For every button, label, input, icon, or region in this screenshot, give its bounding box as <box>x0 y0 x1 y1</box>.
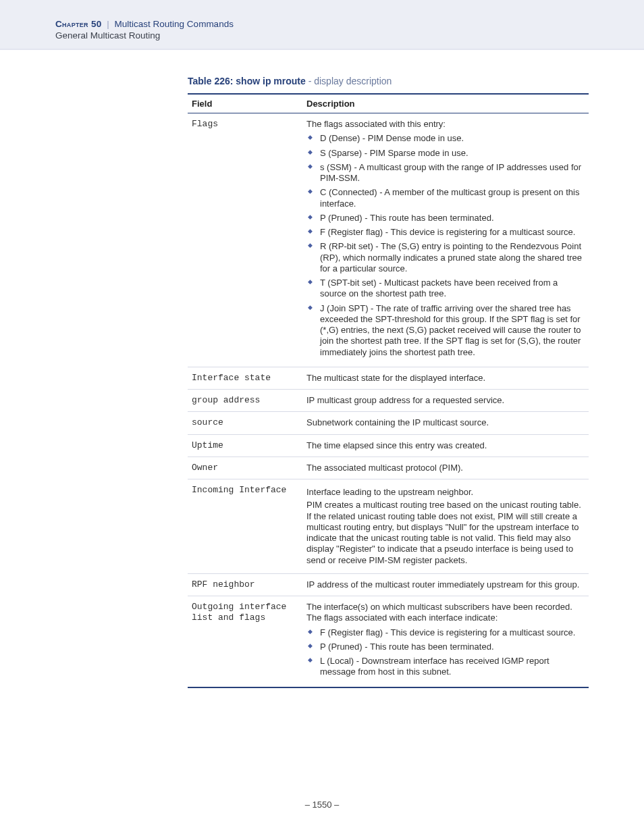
description-table: Field Description Flags The flags associ… <box>188 93 589 688</box>
field-cell: Flags <box>188 113 302 367</box>
flags-list: D (Dense) - PIM Dense mode in use. S (Sp… <box>306 133 585 358</box>
list-item: F (Register flag) - This device is regis… <box>306 627 585 638</box>
outgoing-lead: The interface(s) on which multicast subs… <box>306 602 585 624</box>
field-cell: RPF neighbor <box>188 573 302 596</box>
page-header: Chapter 50 | Multicast Routing Commands … <box>0 0 644 50</box>
chapter-line: Chapter 50 | Multicast Routing Commands <box>55 19 644 29</box>
caption-bold: Table 226: show ip mroute <box>188 76 306 86</box>
field-cell: Outgoing interface list and flags <box>188 596 302 687</box>
chapter-title: Multicast Routing Commands <box>115 19 234 29</box>
field-cell: Incoming Interface <box>188 479 302 574</box>
caption-light: - display description <box>306 76 392 86</box>
list-item: S (Sparse) - PIM Sparse mode in use. <box>306 148 585 159</box>
field-cell: Uptime <box>188 434 302 457</box>
outgoing-list: F (Register flag) - This device is regis… <box>306 627 585 678</box>
chapter-label: Chapter 50 <box>55 19 102 29</box>
desc-cell: The interface(s) on which multicast subs… <box>302 596 589 687</box>
list-item: D (Dense) - PIM Dense mode in use. <box>306 133 585 144</box>
desc-cell: The multicast state for the displayed in… <box>302 367 589 389</box>
list-item: F (Register flag) - This device is regis… <box>306 227 585 238</box>
page-number: – 1550 – <box>305 800 340 810</box>
incoming-p1: Interface leading to the upstream neighb… <box>306 487 585 498</box>
desc-cell: IP address of the multicast router immed… <box>302 573 589 596</box>
table-row: Uptime The time elapsed since this entry… <box>188 434 589 457</box>
page-content: Table 226: show ip mroute - display desc… <box>0 50 644 688</box>
desc-cell: IP multicast group address for a request… <box>302 390 589 412</box>
incoming-p2: PIM creates a multicast routing tree bas… <box>306 500 585 566</box>
list-item: J (Join SPT) - The rate of traffic arriv… <box>306 303 585 358</box>
col-field: Field <box>188 94 302 113</box>
section-title: General Multicast Routing <box>55 30 644 41</box>
field-cell: Interface state <box>188 367 302 389</box>
list-item: P (Pruned) - This route has been termina… <box>306 213 585 224</box>
col-description: Description <box>302 94 589 113</box>
list-item: L (Local) - Downstream interface has rec… <box>306 656 585 678</box>
header-pipe: | <box>107 19 109 29</box>
field-cell: group address <box>188 390 302 412</box>
table-row: Outgoing interface list and flags The in… <box>188 596 589 687</box>
table-row: Flags The flags associated with this ent… <box>188 113 589 367</box>
field-cell: source <box>188 412 302 434</box>
desc-cell: Subnetwork containing the IP multicast s… <box>302 412 589 434</box>
list-item: T (SPT-bit set) - Multicast packets have… <box>306 278 585 300</box>
desc-cell: The flags associated with this entry: D … <box>302 113 589 367</box>
field-cell: Owner <box>188 457 302 479</box>
table-row: RPF neighbor IP address of the multicast… <box>188 573 589 596</box>
list-item: R (RP-bit set) - The (S,G) entry is poin… <box>306 241 585 274</box>
desc-cell: Interface leading to the upstream neighb… <box>302 479 589 574</box>
list-item: P (Pruned) - This route has been termina… <box>306 642 585 652</box>
list-item: C (Connected) - A member of the multicas… <box>306 187 585 209</box>
desc-cell: The associated multicast protocol (PIM). <box>302 457 589 479</box>
table-row: Owner The associated multicast protocol … <box>188 457 589 479</box>
flags-lead: The flags associated with this entry: <box>306 119 585 130</box>
table-caption: Table 226: show ip mroute - display desc… <box>188 76 589 86</box>
table-row: Incoming Interface Interface leading to … <box>188 479 589 574</box>
list-item: s (SSM) - A multicast group with the ran… <box>306 162 585 184</box>
table-row: source Subnetwork containing the IP mult… <box>188 412 589 434</box>
table-row: group address IP multicast group address… <box>188 390 589 412</box>
table-row: Interface state The multicast state for … <box>188 367 589 389</box>
page-footer: – 1550 – <box>0 800 644 810</box>
desc-cell: The time elapsed since this entry was cr… <box>302 434 589 457</box>
